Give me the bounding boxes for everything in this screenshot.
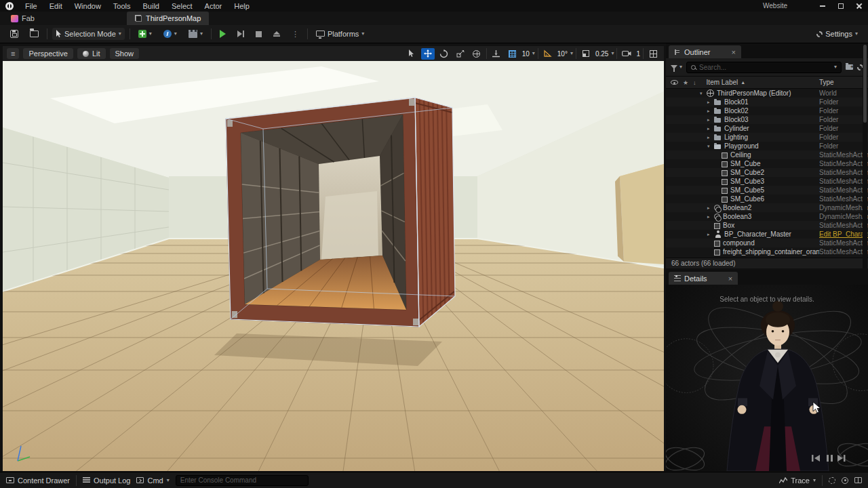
outliner-row[interactable]: ▸Block02Folder	[666, 106, 868, 115]
chevron-down-icon[interactable]: ▾	[532, 51, 535, 56]
expand-icon[interactable]: ▸	[707, 117, 714, 123]
stop-button[interactable]	[252, 29, 265, 39]
world-space-toggle[interactable]	[470, 48, 484, 60]
chevron-down-icon[interactable]: ▾	[611, 51, 614, 56]
chevron-down-icon[interactable]: ▾	[834, 64, 837, 70]
expand-icon[interactable]: ▸	[707, 108, 714, 114]
output-log-button[interactable]: Output Log	[83, 476, 130, 485]
filter-button[interactable]: ▾	[671, 64, 682, 70]
outliner-row[interactable]: SM_Cube6StaticMeshActor	[666, 195, 868, 203]
select-tool-button[interactable]	[405, 48, 418, 60]
outliner-row[interactable]: BoxStaticMeshActor	[666, 221, 868, 230]
outliner-row[interactable]: compoundStaticMeshActor	[666, 239, 868, 247]
tab-details[interactable]: Details ×	[669, 272, 738, 285]
maximize-button[interactable]	[831, 0, 850, 12]
shipping-container-actor[interactable]	[226, 98, 455, 327]
layout-panes-icon[interactable]	[854, 477, 862, 483]
outliner-row[interactable]: ▾ThirdPersonMap (Editor)World	[666, 89, 868, 98]
menu-select[interactable]: Select	[165, 2, 199, 10]
camera-speed-value[interactable]: 1	[636, 50, 640, 58]
collapse-icon[interactable]: ▾	[707, 144, 714, 149]
selection-mode-dropdown[interactable]: Selection Mode ▾	[52, 28, 125, 40]
outliner-search[interactable]: ▾	[686, 62, 842, 73]
screenshot-target-icon[interactable]	[842, 477, 848, 484]
menu-build[interactable]: Build	[137, 2, 165, 10]
expand-icon[interactable]: ▸	[707, 100, 714, 105]
grid-snap-toggle[interactable]	[506, 48, 519, 60]
add-actor-button[interactable]: ▾	[135, 28, 155, 40]
outliner-row[interactable]: SM_CubeStaticMeshActor	[666, 159, 868, 168]
blueprints-button[interactable]: ▾	[160, 28, 180, 40]
pin-column-icon[interactable]: ↓	[693, 79, 696, 86]
scale-snap-value[interactable]: 0.25	[595, 50, 608, 58]
play-button[interactable]	[216, 28, 229, 40]
browse-button[interactable]	[26, 28, 42, 39]
grid-snap-value[interactable]: 10	[522, 50, 530, 58]
menu-actor[interactable]: Actor	[199, 2, 229, 10]
level-viewport[interactable]: ≡ Perspective Lit Show 10 ▾	[3, 46, 664, 471]
play-options-button[interactable]: ⋮	[288, 28, 302, 41]
expand-icon[interactable]: ▸	[707, 126, 714, 131]
rotation-snap-toggle[interactable]	[541, 48, 555, 60]
menu-window[interactable]: Window	[68, 2, 107, 10]
expand-icon[interactable]: ▸	[707, 135, 714, 140]
save-button[interactable]	[7, 28, 22, 40]
expand-icon[interactable]: ▸	[707, 214, 714, 220]
close-icon[interactable]: ×	[728, 274, 732, 283]
trace-dropdown[interactable]: Trace ▾	[779, 476, 816, 485]
outliner-row[interactable]: ▸BP_Character_MasterEdit BP_Charact	[666, 230, 868, 239]
rotate-tool-button[interactable]	[437, 48, 451, 60]
column-type[interactable]: Type	[819, 79, 868, 86]
minimize-button[interactable]	[813, 0, 831, 12]
outliner-row[interactable]: ▸CylinderFolder	[666, 124, 868, 133]
menu-help[interactable]: Help	[228, 2, 256, 10]
column-item-label[interactable]: Item Label ▲	[701, 79, 814, 86]
search-input[interactable]	[699, 64, 831, 71]
menu-tools[interactable]: Tools	[107, 2, 137, 10]
outliner-row[interactable]: CeilingStaticMeshActor	[666, 150, 868, 159]
outliner-row[interactable]: ▸Boolean3DynamicMeshActor	[666, 212, 868, 221]
outliner-row[interactable]: ▸Block03Folder	[666, 115, 868, 124]
expand-icon[interactable]: ▸	[707, 232, 714, 237]
scale-tool-button[interactable]	[454, 48, 467, 60]
favorite-column-icon[interactable]: ★	[683, 79, 688, 86]
fab-button[interactable]: Fab	[7, 12, 39, 25]
console-command-box[interactable]	[176, 475, 309, 486]
outliner-row[interactable]: SM_Cube3StaticMeshActor	[666, 177, 868, 186]
maximize-viewport-button[interactable]	[646, 48, 660, 60]
add-folder-icon[interactable]	[846, 64, 853, 70]
show-dropdown[interactable]: Show	[110, 48, 140, 59]
menu-file[interactable]: File	[19, 2, 43, 10]
tab-outliner[interactable]: Outliner ×	[669, 45, 741, 58]
outliner-row[interactable]: SM_Cube5StaticMeshActor	[666, 186, 868, 195]
cinematics-button[interactable]: ▾	[185, 28, 206, 40]
outliner-row[interactable]: freight_shipping_container_orangeStaticM…	[666, 247, 868, 256]
platforms-dropdown[interactable]: Platforms ▾	[313, 28, 368, 40]
console-input[interactable]	[180, 476, 304, 484]
visibility-column-icon[interactable]	[671, 80, 678, 85]
outliner-scrollbar[interactable]	[863, 43, 867, 268]
viewport-scene[interactable]	[3, 61, 664, 471]
eject-button[interactable]	[270, 29, 283, 39]
insights-cycle-icon[interactable]	[829, 477, 835, 484]
unreal-logo-icon[interactable]	[5, 2, 14, 10]
beige-cube-actor[interactable]	[615, 164, 664, 264]
expand-icon[interactable]: ▸	[707, 205, 714, 211]
close-icon[interactable]: ×	[732, 48, 736, 56]
outliner-row[interactable]: SM_Cube2StaticMeshActor	[666, 168, 868, 177]
close-button[interactable]	[850, 0, 868, 12]
outliner-row[interactable]: ▸Boolean2DynamicMeshActor	[666, 203, 868, 212]
scale-snap-toggle[interactable]	[579, 48, 593, 60]
chevron-down-icon[interactable]: ▾	[570, 51, 573, 56]
camera-speed-button[interactable]	[620, 48, 633, 60]
rotation-snap-value[interactable]: 10°	[557, 50, 568, 58]
outliner-row[interactable]: ▾PlaygroundFolder	[666, 142, 868, 150]
settings-dropdown[interactable]: Settings ▾	[813, 28, 861, 40]
move-tool-button[interactable]	[421, 48, 435, 60]
edit-blueprint-link[interactable]: Edit BP_Charact	[819, 230, 868, 238]
frame-skip-button[interactable]	[234, 28, 248, 39]
surface-snap-button[interactable]	[490, 48, 503, 60]
perspective-dropdown[interactable]: Perspective	[23, 48, 73, 59]
collapse-icon[interactable]: ▾	[700, 91, 707, 96]
cmd-dropdown[interactable]: Cmd ▾	[136, 476, 169, 485]
